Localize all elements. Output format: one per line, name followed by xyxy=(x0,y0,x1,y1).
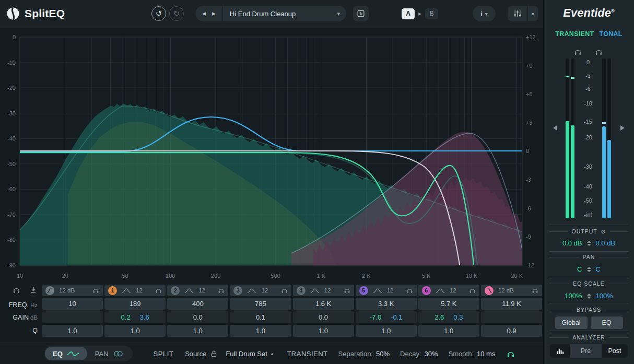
band-slope-value[interactable]: 12 xyxy=(136,287,143,293)
band-freq-value[interactable]: 10 xyxy=(42,298,103,310)
band-slope-value[interactable]: 12 xyxy=(450,287,456,293)
band-4-select-button[interactable]: 4 xyxy=(297,286,306,295)
band-header[interactable]: 1 12 xyxy=(104,285,166,296)
band-freq-value[interactable]: 11.9 K xyxy=(481,298,542,310)
band-solo-headphones-icon[interactable] xyxy=(344,287,350,293)
band-header[interactable]: 4 12 xyxy=(293,285,354,296)
band-q-value[interactable]: 1.0 xyxy=(418,325,479,337)
preset-selector[interactable]: ◀ ▶ Hi End Drum Cleanup ▾ xyxy=(195,6,346,21)
band-header[interactable]: 5 12 xyxy=(356,285,417,296)
band-solo-headphones-icon[interactable] xyxy=(469,287,476,293)
band-header[interactable]: 3 12 xyxy=(230,285,291,296)
analyzer-post-button[interactable]: Post xyxy=(602,344,628,358)
settings-caret-icon[interactable]: ▾ xyxy=(527,6,538,21)
band-solo-headphones-icon[interactable] xyxy=(406,287,413,293)
eq-graph[interactable]: 0-10-20-30-40-50-60-70-80-90+12+9+6+30-3… xyxy=(0,27,543,284)
band-gain-value[interactable]: 0.0 xyxy=(293,311,354,323)
band-solo-headphones-icon[interactable] xyxy=(155,287,162,293)
eq-view-tab[interactable]: EQ xyxy=(45,347,87,360)
band-gain-value[interactable]: 0.1 xyxy=(230,311,291,323)
pan-stepper[interactable] xyxy=(587,267,591,272)
band-q-value[interactable]: 1.0 xyxy=(167,325,228,337)
band-slope-value[interactable]: 12 xyxy=(387,287,394,293)
settings-button[interactable]: ▾ xyxy=(508,6,538,21)
output-tonal-value[interactable]: 0.0 dB xyxy=(596,239,616,247)
band-3-select-button[interactable]: 3 xyxy=(233,286,242,295)
info-button[interactable]: i ▾ xyxy=(473,6,496,21)
global-solo-headphones-icon[interactable] xyxy=(13,286,20,293)
band-slope-value[interactable]: 12 dB xyxy=(59,287,75,293)
band-highcut-select-button[interactable] xyxy=(485,286,494,295)
output-stepper[interactable] xyxy=(587,241,591,246)
tonal-fader-handle[interactable] xyxy=(620,125,625,131)
eq-scale-tonal-value[interactable]: 100% xyxy=(596,292,613,300)
band-slope-value[interactable]: 12 xyxy=(324,287,331,293)
preset-next-button[interactable]: ▶ xyxy=(212,11,216,16)
band-1-select-button[interactable]: 1 xyxy=(108,286,117,295)
ab-copy-arrow[interactable]: ▶ xyxy=(418,11,421,16)
band-gain-value[interactable]: 0.0 xyxy=(167,311,228,323)
band-q-value[interactable]: 1.0 xyxy=(356,325,417,337)
band-q-value[interactable]: 1.0 xyxy=(293,325,354,337)
band-gain-value[interactable]: -7.0-0.1 xyxy=(356,311,417,323)
save-preset-button[interactable] xyxy=(353,6,369,21)
ab-a-button[interactable]: A xyxy=(402,8,415,19)
undo-button[interactable]: ↺ xyxy=(151,6,166,21)
band-2-select-button[interactable]: 2 xyxy=(171,286,180,295)
band-freq-value[interactable]: 785 xyxy=(230,298,291,310)
analyzer-toggle-button[interactable] xyxy=(550,344,570,358)
band-6-select-button[interactable]: 6 xyxy=(422,286,431,295)
band-gain-value[interactable] xyxy=(42,311,103,323)
band-gain-value[interactable]: 0.23.6 xyxy=(104,311,166,323)
eq-scale-stepper[interactable] xyxy=(587,293,591,299)
bypass-eq-button[interactable]: EQ xyxy=(591,316,623,329)
output-transient-value[interactable]: 0.0 dB xyxy=(562,239,582,247)
band-solo-headphones-icon[interactable] xyxy=(92,287,99,293)
source-type-dropdown[interactable]: Full Drum Set ▴ xyxy=(226,350,273,358)
preset-name[interactable]: Hi End Drum Cleanup xyxy=(223,10,337,18)
pan-transient-value[interactable]: C xyxy=(577,265,582,273)
lock-icon[interactable] xyxy=(210,350,217,357)
band-slope-value[interactable]: 12 xyxy=(198,287,205,293)
band-q-value[interactable]: 0.9 xyxy=(481,325,542,337)
redo-button[interactable]: ↻ xyxy=(169,6,184,21)
ab-b-button[interactable]: B xyxy=(425,8,438,19)
pan-view-tab[interactable]: PAN xyxy=(87,347,132,360)
gain-range-icon[interactable] xyxy=(30,286,37,293)
band-lowcut-select-button[interactable] xyxy=(45,286,54,295)
band-gain-value[interactable]: 2.60.3 xyxy=(418,311,479,323)
transient-fader-handle[interactable] xyxy=(553,125,557,131)
band-q-value[interactable]: 1.0 xyxy=(104,325,166,337)
preset-caret-icon[interactable]: ▾ xyxy=(337,10,346,17)
eq-scale-transient-value[interactable]: 100% xyxy=(565,292,582,300)
separation-control[interactable]: Separation: 50% xyxy=(338,350,390,358)
transient-channel-label[interactable]: TRANSIENT xyxy=(555,30,594,38)
band-gain-value[interactable] xyxy=(481,311,542,323)
band-solo-headphones-icon[interactable] xyxy=(281,287,288,293)
band-header[interactable]: 6 12 xyxy=(418,285,479,296)
band-solo-headphones-icon[interactable] xyxy=(218,287,225,293)
band-header[interactable]: 12 dB xyxy=(42,285,103,296)
preset-prev-button[interactable]: ◀ xyxy=(202,11,206,16)
band-header[interactable]: 2 12 xyxy=(167,285,228,296)
polarity-icon[interactable]: ⊘ xyxy=(601,228,606,234)
band-freq-value[interactable]: 189 xyxy=(104,298,166,310)
transient-solo-headphones-icon[interactable] xyxy=(574,48,582,57)
band-q-value[interactable]: 1.0 xyxy=(230,325,291,337)
band-freq-value[interactable]: 5.7 K xyxy=(418,298,479,310)
analyzer-pre-button[interactable]: Pre xyxy=(570,344,602,358)
decay-control[interactable]: Decay: 30% xyxy=(400,350,438,358)
band-header[interactable]: 12 dB xyxy=(481,285,542,296)
smooth-control[interactable]: Smooth: 10 ms xyxy=(449,350,496,358)
band-q-value[interactable]: 1.0 xyxy=(42,325,103,337)
band-5-select-button[interactable]: 5 xyxy=(359,286,368,295)
band-freq-value[interactable]: 1.6 K xyxy=(293,298,354,310)
band-slope-value[interactable]: 12 dB xyxy=(498,287,514,293)
pan-tonal-value[interactable]: C xyxy=(596,265,601,273)
transient-audition-headphones-icon[interactable] xyxy=(507,350,515,358)
band-solo-headphones-icon[interactable] xyxy=(532,287,538,293)
tonal-solo-headphones-icon[interactable] xyxy=(595,48,603,57)
bypass-global-button[interactable]: Global xyxy=(555,316,588,329)
band-freq-value[interactable]: 3.3 K xyxy=(356,298,417,310)
band-freq-value[interactable]: 400 xyxy=(167,298,228,310)
